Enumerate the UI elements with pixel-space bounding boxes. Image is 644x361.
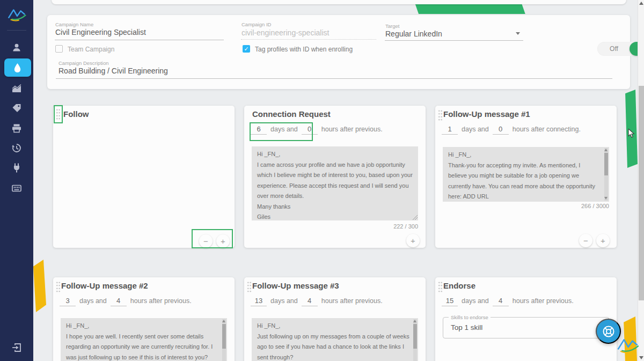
card-title: Follow-Up message #2 bbox=[61, 281, 148, 290]
target-select-value[interactable]: Regular LinkedIn bbox=[385, 30, 442, 38]
add-step-button[interactable]: + bbox=[406, 234, 420, 247]
tag-profiles-checkbox[interactable]: ✓ bbox=[243, 45, 250, 53]
textarea-scroll-thumb[interactable] bbox=[604, 153, 608, 175]
campaign-name-underline bbox=[55, 40, 224, 40]
campaign-description-label: Campaign Description bbox=[58, 60, 108, 66]
scroll-up-icon[interactable] bbox=[413, 320, 416, 322]
skills-value: Top 1 skill bbox=[451, 323, 482, 331]
drag-handle-icon[interactable] bbox=[437, 281, 442, 293]
toggle-off-label[interactable]: Off bbox=[597, 42, 631, 56]
page-scrollbar[interactable] bbox=[638, 0, 644, 361]
scroll-up-icon[interactable] bbox=[222, 320, 225, 322]
card-followup-3: Follow-Up message #3 days and hours afte… bbox=[244, 277, 426, 361]
bird-watermark-icon bbox=[616, 336, 640, 355]
skills-to-endorse-select[interactable]: Skills to endorse Top 1 skill bbox=[443, 317, 609, 338]
card-endorse: Endorse days and hours after previous. S… bbox=[435, 277, 617, 361]
delay-mid-text: days and bbox=[270, 297, 298, 306]
resize-grip-icon[interactable] bbox=[413, 215, 418, 220]
card-title: Follow bbox=[63, 109, 89, 119]
exit-icon[interactable] bbox=[11, 342, 22, 353]
message-textarea[interactable]: Hi _FN_, I came across your profile and … bbox=[252, 146, 418, 220]
person-icon[interactable] bbox=[11, 42, 22, 53]
annotation-delay-inputs bbox=[250, 122, 313, 141]
delay-mid-text: days and bbox=[462, 297, 489, 306]
target-underline bbox=[385, 40, 523, 41]
campaign-settings-panel: Campaign Name Campaign ID civil-engineer… bbox=[47, 15, 630, 89]
add-step-button[interactable]: + bbox=[596, 234, 610, 247]
delay-days-input[interactable] bbox=[442, 125, 458, 135]
keyboard-icon[interactable] bbox=[11, 183, 22, 194]
droplet-icon[interactable] bbox=[13, 63, 22, 73]
campaign-id-underline bbox=[241, 39, 376, 40]
textarea-scroll-thumb[interactable] bbox=[413, 324, 417, 349]
delay-row: days and hours after connecting. bbox=[442, 125, 581, 135]
target-label: Target bbox=[385, 23, 399, 29]
chevron-down-icon[interactable] bbox=[516, 32, 520, 35]
team-campaign-label: Team Campaign bbox=[68, 46, 114, 53]
scroll-up-icon[interactable] bbox=[604, 149, 608, 151]
tag-profiles-label: Tag profiles with ID when enrolling bbox=[255, 46, 353, 53]
message-textarea[interactable]: Hi _FN_, I hope you are well. I recently… bbox=[61, 318, 227, 361]
char-count: 222 / 300 bbox=[352, 223, 418, 230]
scroll-down-icon[interactable] bbox=[604, 197, 608, 200]
card-followup-2: Follow-Up message #2 days and hours afte… bbox=[53, 277, 235, 361]
app-screen: Campaign Name Campaign ID civil-engineer… bbox=[0, 0, 644, 361]
campaign-description-underline bbox=[56, 78, 612, 79]
card-title: Follow-Up message #1 bbox=[443, 109, 530, 119]
chart-icon[interactable] bbox=[11, 84, 22, 94]
campaign-id-label: Campaign ID bbox=[241, 21, 271, 27]
scrollbar-up-icon[interactable] bbox=[639, 2, 643, 5]
printer-icon[interactable] bbox=[11, 123, 22, 134]
annotation-drag-handle bbox=[54, 105, 63, 123]
delay-row: days and hours after previous. bbox=[251, 297, 383, 306]
mouse-cursor bbox=[628, 129, 636, 138]
delay-mid-text: days and bbox=[462, 126, 489, 135]
delay-suffix-text: hours after previous. bbox=[321, 297, 383, 306]
delay-hours-input[interactable] bbox=[302, 297, 318, 306]
scrollbar-down-icon[interactable] bbox=[639, 356, 643, 359]
yellow-parallelogram-left bbox=[33, 260, 47, 312]
tag-icon[interactable] bbox=[11, 103, 22, 114]
char-count: 266 / 3000 bbox=[537, 203, 609, 209]
campaign-name-input[interactable] bbox=[55, 28, 216, 36]
remove-step-button[interactable]: − bbox=[579, 234, 592, 247]
delay-days-input[interactable] bbox=[442, 297, 458, 306]
drag-handle-icon[interactable] bbox=[246, 281, 251, 293]
skills-label: Skills to endorse bbox=[449, 314, 491, 320]
history-icon[interactable] bbox=[11, 143, 22, 153]
delay-suffix-text: hours after previous. bbox=[130, 297, 192, 306]
card-title: Connection Request bbox=[252, 109, 331, 119]
delay-row: days and hours after previous. bbox=[60, 297, 192, 306]
delay-days-input[interactable] bbox=[251, 297, 267, 306]
delay-hours-input[interactable] bbox=[493, 297, 509, 306]
campaign-description-input[interactable] bbox=[58, 67, 541, 75]
card-title: Follow-Up message #3 bbox=[252, 281, 339, 290]
delay-suffix-text: hours after previous. bbox=[321, 126, 383, 135]
card-followup-1: Follow-Up message #1 days and hours afte… bbox=[435, 106, 617, 248]
drag-handle-icon[interactable] bbox=[55, 281, 60, 293]
campaign-name-label: Campaign Name bbox=[55, 21, 93, 27]
message-textarea[interactable]: Hi _FN_, Just following up on my message… bbox=[252, 318, 418, 361]
team-campaign-checkbox[interactable] bbox=[55, 45, 63, 53]
card-title: Endorse bbox=[443, 281, 475, 290]
textarea-scroll-thumb[interactable] bbox=[222, 324, 226, 349]
previous-card-edge bbox=[52, 0, 626, 4]
scrollbar-thumb[interactable] bbox=[639, 86, 644, 300]
delay-suffix-text: hours after previous. bbox=[513, 297, 574, 306]
sidebar-divider bbox=[7, 30, 26, 31]
delay-row: days and hours after previous. bbox=[442, 297, 574, 306]
campaign-on-off-toggle[interactable]: Off On bbox=[597, 42, 644, 56]
delay-days-input[interactable] bbox=[60, 297, 76, 306]
sidebar bbox=[0, 0, 33, 361]
campaign-id-value: civil-engineering-specialist bbox=[241, 28, 329, 37]
lifebuoy-icon bbox=[601, 324, 616, 339]
delay-hours-input[interactable] bbox=[111, 297, 127, 306]
card-follow: Follow − + bbox=[53, 106, 235, 248]
drag-handle-icon[interactable] bbox=[437, 109, 442, 121]
bird-logo-icon bbox=[6, 6, 27, 23]
delay-suffix-text: hours after connecting. bbox=[513, 126, 581, 135]
plug-icon[interactable] bbox=[11, 163, 22, 173]
message-textarea[interactable]: Hi _FN_, Thank-you for accepting my invi… bbox=[443, 147, 609, 202]
delay-mid-text: days and bbox=[79, 297, 107, 306]
delay-hours-input[interactable] bbox=[493, 125, 509, 135]
